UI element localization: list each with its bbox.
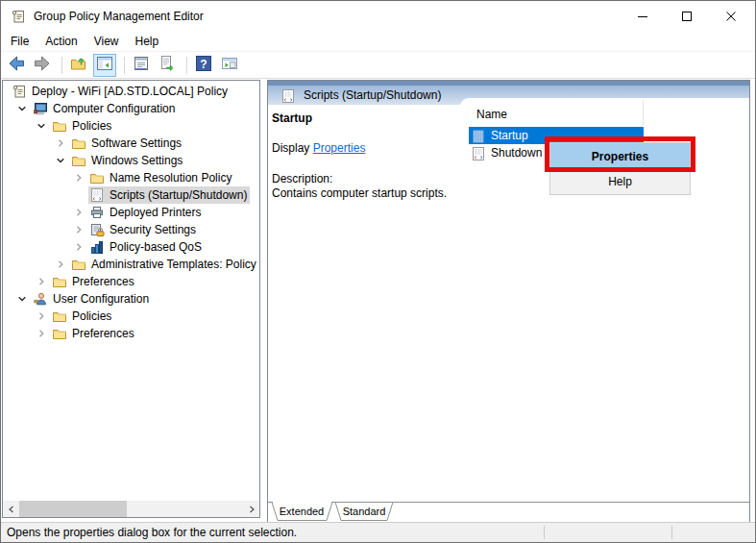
context-menu-item-help[interactable]: Help [550,169,690,194]
tree-item-scripts-startup-shutdown[interactable]: Scripts (Startup/Shutdown) [3,186,259,204]
back-arrow-icon [6,54,27,77]
tree-item-body: Computer Configuration [32,100,178,117]
menu-bar: FileActionViewHelp [1,31,755,52]
results-pane: Scripts (Startup/Shutdown) Startup Displ… [267,80,750,523]
expanded-chevron-icon[interactable] [12,293,32,305]
collapsed-chevron-icon[interactable] [69,207,88,218]
tree-item-deploy-wifi-ad-std-local-policy[interactable]: Deploy - WiFi [AD.STD.LOCAL] Policy [3,83,259,100]
scrollbar-thumb[interactable] [19,501,127,517]
tree-horizontal-scrollbar[interactable] [3,501,259,517]
list-item-label: Startup [491,129,528,142]
tree-item-label: User Configuration [53,292,149,306]
computer-icon [33,101,48,116]
tree-item-body: Administrative Templates: Policy de [70,256,260,273]
collapsed-chevron-icon[interactable] [69,241,88,253]
show-console-tree-icon [95,54,114,77]
tree-item-body: User Configuration [32,290,152,308]
tree-item-body: Software Settings [70,135,184,152]
tree-item-label: Policies [72,309,111,323]
title-bar: Group Policy Management Editor [1,1,755,31]
description-text: Contains computer startup scripts. [272,186,447,200]
menu-help[interactable]: Help [129,32,166,51]
status-separator [544,526,545,539]
new-window-icon [220,54,239,77]
gpo-scroll-icon [12,84,27,99]
tree-item-body: Policies [51,308,114,325]
close-button[interactable] [709,1,753,31]
column-header-name[interactable]: Name [476,108,507,121]
tab-extended-label[interactable]: Extended [280,506,324,517]
console-tree: Deploy - WiFi [AD.STD.LOCAL] PolicyCompu… [3,83,259,342]
minimize-button[interactable] [621,1,665,31]
tree-item-body: Name Resolution Policy [88,169,234,186]
tree-item-user-configuration[interactable]: User Configuration [3,290,259,308]
console-tree-pane: Deploy - WiFi [AD.STD.LOCAL] PolicyCompu… [2,80,260,518]
svg-text:?: ? [200,57,207,70]
tree-item-administrative-templates-policy-de[interactable]: Administrative Templates: Policy de [3,256,259,273]
tree-item-label: Computer Configuration [53,102,175,115]
expanded-chevron-icon[interactable] [51,155,70,166]
scroll-left-arrow-icon[interactable] [3,501,19,517]
minimize-icon [638,8,647,25]
tree-item-body: Preferences [51,325,137,342]
scrollbar-track[interactable] [19,501,243,517]
taskpad-display-line: Display Properties [272,141,365,155]
tab-standard-label[interactable]: Standard [343,506,386,517]
toolbar: ? [1,52,755,79]
tree-item-preferences[interactable]: Preferences [3,273,259,290]
collapsed-chevron-icon[interactable] [51,259,70,270]
group-policy-editor-window: Group Policy Management Editor FileActio… [0,0,756,543]
scripts-selected-icon [471,129,485,143]
status-bar: Opens the properties dialog box for the … [1,522,755,542]
folder-icon [52,274,67,289]
scripts-icon [471,146,485,160]
tree-item-label: Scripts (Startup/Shutdown) [110,188,247,202]
tree-item-security-settings[interactable]: Security Settings [3,221,259,238]
tree-item-label: Policies [72,119,111,133]
collapsed-chevron-icon[interactable] [69,224,88,235]
forward-arrow-button[interactable] [31,54,54,77]
menu-action[interactable]: Action [38,32,84,51]
up-one-level-button[interactable] [67,54,90,77]
tree-item-policies[interactable]: Policies [3,117,259,135]
status-separator [671,526,672,539]
tree-item-windows-settings[interactable]: Windows Settings [3,152,259,169]
column-separator[interactable] [643,100,644,125]
collapsed-chevron-icon[interactable] [32,328,51,339]
expanded-chevron-icon[interactable] [32,120,51,132]
tree-item-computer-configuration[interactable]: Computer Configuration [3,100,259,117]
collapsed-chevron-icon[interactable] [51,137,70,149]
tree-item-policy-based-qos[interactable]: Policy-based QoS [3,238,259,256]
show-console-tree-button[interactable] [93,54,116,77]
tree-item-deployed-printers[interactable]: Deployed Printers [3,204,259,221]
properties-window-button[interactable] [130,54,153,77]
gpo-scroll-icon [11,9,26,24]
maximize-icon [682,8,692,25]
help-icon: ? [194,54,213,77]
new-window-button[interactable] [218,54,241,77]
menu-view[interactable]: View [87,32,126,51]
tree-item-body: Preferences [51,273,137,290]
scroll-right-arrow-icon[interactable] [243,501,259,517]
tree-item-software-settings[interactable]: Software Settings [3,135,259,152]
tree-item-label: Windows Settings [91,154,183,167]
folder-icon [71,153,86,168]
collapsed-chevron-icon[interactable] [69,172,88,184]
results-header-title: Scripts (Startup/Shutdown) [304,88,441,102]
collapsed-chevron-icon[interactable] [32,276,51,287]
tree-item-policies[interactable]: Policies [3,308,259,325]
export-list-button[interactable] [156,54,179,77]
status-text: Opens the properties dialog box for the … [7,526,297,539]
collapsed-chevron-icon[interactable] [32,310,51,322]
tree-item-label: Software Settings [91,136,182,150]
tree-item-preferences[interactable]: Preferences [3,325,259,342]
tree-item-label: Deploy - WiFi [AD.STD.LOCAL] Policy [32,85,228,98]
tree-item-name-resolution-policy[interactable]: Name Resolution Policy [3,169,259,186]
display-properties-link[interactable]: Properties [313,141,366,155]
tree-item-label: Security Settings [110,223,196,236]
back-arrow-button[interactable] [5,54,28,77]
maximize-button[interactable] [665,1,709,31]
expanded-chevron-icon[interactable] [12,103,32,114]
menu-file[interactable]: File [4,32,36,51]
help-button[interactable]: ? [192,54,215,77]
